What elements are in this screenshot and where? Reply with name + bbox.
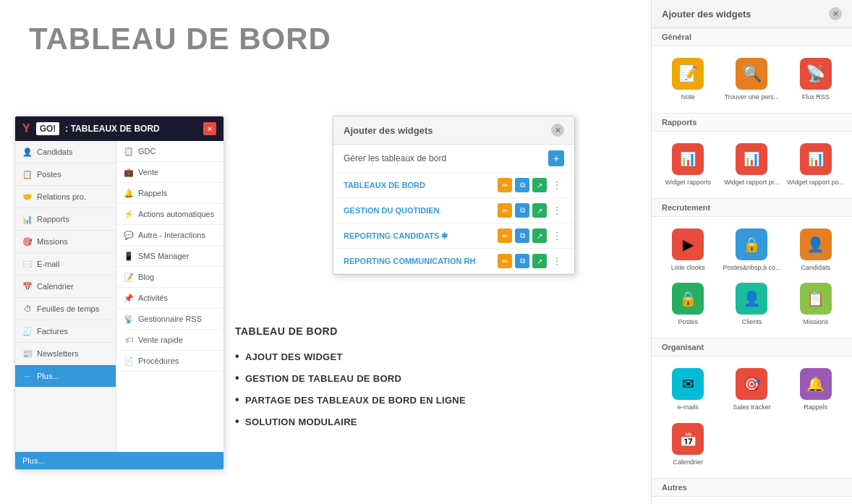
widget-rappels-org-label: Rappels <box>804 403 827 411</box>
gdc-icon: 📋 <box>124 146 134 156</box>
sidebar-left-nav: 👤 Candidats 📋 Postes 🤝 Relations pro. 📊 … <box>15 141 116 452</box>
rss-icon: 📡 <box>124 314 134 324</box>
widget-sales-tracker[interactable]: 🎯 Sales tracker <box>720 362 783 417</box>
share-button-reporting-candidats[interactable]: ↗ <box>532 228 547 243</box>
copy-button-tableaux[interactable]: ⧉ <box>515 178 529 192</box>
widget-clients[interactable]: 👤 Clients <box>720 277 783 332</box>
plus-icon: ··· <box>22 371 33 381</box>
sidebar-item-email[interactable]: ✉️ E-mail <box>15 253 116 276</box>
sidebar-header: Y GO! : TABLEAUX DE BORD ✕ <box>15 116 223 141</box>
sidebar-right-item-sms[interactable]: 📱 SMS Manager <box>116 246 223 267</box>
sidebar-item-rapports[interactable]: 📊 Rapports <box>15 208 116 231</box>
edit-button-reporting-candidats[interactable]: ✏ <box>498 228 512 243</box>
widget-candidats-rec[interactable]: 👤 Candidats <box>784 223 848 278</box>
widget-note[interactable]: 📝 Note <box>656 52 720 107</box>
sidebar-right-item-actions[interactable]: ⚡ Actions automatiques <box>116 204 223 225</box>
share-button-tableaux[interactable]: ↗ <box>532 178 547 192</box>
sidebar-right-item-blog[interactable]: 📝 Blog <box>116 267 223 288</box>
modal-section-reporting-communication: REPORTING COMMUNICATION RH ✏ ⧉ ↗ ⋮ <box>333 249 574 274</box>
section-label-rapports: Rapports <box>652 114 852 132</box>
widget-missions-rec[interactable]: 📋 Missions <box>784 277 848 332</box>
sidebar-item-postes[interactable]: 📋 Postes <box>15 163 116 186</box>
sidebar-right-item-gdc[interactable]: 📋 GDC <box>116 141 223 162</box>
copy-button-gestion[interactable]: ⧉ <box>515 203 529 218</box>
sidebar-right-label: Rappels <box>138 189 167 197</box>
widget-rapport-po[interactable]: 📊 Widget rapport po... <box>784 137 848 192</box>
candidats-rec-icon: 👤 <box>800 228 832 260</box>
widget-grid-general: 📝 Note 🔍 Trouver une pers... 📡 Flux RSS <box>652 46 852 114</box>
sidebar-right-item-activites[interactable]: 📌 Activités <box>116 288 223 309</box>
sidebar-right-item-rappels[interactable]: 🔔 Rappels <box>116 183 223 204</box>
widget-rapport[interactable]: 📊 Widget rapports <box>656 137 720 192</box>
widget-postes-rec[interactable]: 🔒 Postes <box>656 277 720 332</box>
sidebar-item-calendrier[interactable]: 📅 Calendrier <box>15 276 116 298</box>
share-button-reporting-communication[interactable]: ↗ <box>532 254 547 268</box>
widget-modal-screenshot: Ajouter des widgets ✕ Gérer les tableaux… <box>333 116 575 275</box>
sidebar-item-newsletters[interactable]: 📰 Newsletters <box>15 343 116 365</box>
copy-button-reporting-candidats[interactable]: ⧉ <box>515 228 529 243</box>
widget-trouver[interactable]: 🔍 Trouver une pers... <box>720 52 783 107</box>
sidebar-right-label: Gestionnaire RSS <box>138 315 202 323</box>
procedures-icon: 📄 <box>124 356 134 366</box>
activites-icon: 📌 <box>124 293 134 303</box>
sidebar-item-missions[interactable]: 🎯 Missions <box>15 231 116 253</box>
description-section: TABLEAU DE BORD AJOUT DES WIDGET GESTION… <box>235 325 582 437</box>
sidebar-item-candidats[interactable]: 👤 Candidats <box>15 141 116 163</box>
sidebar-right-item-rss[interactable]: 📡 Gestionnaire RSS <box>116 309 223 330</box>
widget-liste-clooks[interactable]: ▶ Liste clooks <box>656 223 720 278</box>
widget-postes-co[interactable]: 🔒 Postes&nbsp;à co... <box>720 223 783 278</box>
sidebar-item-label: Newsletters <box>37 349 78 358</box>
widget-missions-rec-label: Missions <box>803 318 828 326</box>
share-button-gestion[interactable]: ↗ <box>532 203 547 218</box>
autre-icon: 💬 <box>124 230 134 240</box>
widget-rappels-org[interactable]: 🔔 Rappels <box>784 362 848 417</box>
sidebar-item-label: Plus... <box>37 372 59 380</box>
widget-rapport-pr[interactable]: 📊 Widget rapport pr... <box>720 137 783 192</box>
postes-icon: 📋 <box>22 169 33 179</box>
sidebar-right-item-procedures[interactable]: 📄 Procédures <box>116 351 223 372</box>
more-button-reporting-candidats[interactable]: ⋮ <box>550 228 564 243</box>
edit-button-reporting-communication[interactable]: ✏ <box>498 254 512 268</box>
sidebar-item-feuilles[interactable]: ⏱ Feuilles de temps <box>15 298 116 320</box>
sidebar-item-relations[interactable]: 🤝 Relations pro. <box>15 186 116 208</box>
sidebar-close-button[interactable]: ✕ <box>203 122 216 135</box>
sidebar-item-plus[interactable]: ··· Plus... <box>15 365 116 388</box>
postes-rec-icon: 🔒 <box>672 283 704 315</box>
widget-note-label: Note <box>681 93 695 101</box>
modal-row-actions-reporting-candidats: ✏ ⧉ ↗ ⋮ <box>498 228 564 243</box>
widget-flux-rss[interactable]: 📡 Flux RSS <box>784 52 848 107</box>
widget-postes-rec-label: Postes <box>678 318 698 326</box>
sidebar-right-item-vente[interactable]: 💼 Vente <box>116 162 223 183</box>
sidebar-item-label: Missions <box>37 237 68 246</box>
sidebar-bottom-plus[interactable]: Plus... <box>22 456 216 465</box>
right-panel-close-button[interactable]: ✕ <box>829 7 842 20</box>
modal-manage-add-button[interactable]: + <box>548 150 564 166</box>
more-button-tableaux[interactable]: ⋮ <box>550 178 564 192</box>
right-panel-header: Ajouter des widgets ✕ <box>652 0 852 28</box>
modal-section-label-reporting-communication: REPORTING COMMUNICATION RH <box>344 257 476 265</box>
more-button-gestion[interactable]: ⋮ <box>550 203 564 218</box>
rapport-pr-icon: 📊 <box>736 143 767 175</box>
sales-tracker-icon: 🎯 <box>736 368 767 400</box>
edit-button-tableaux[interactable]: ✏ <box>498 178 512 192</box>
sidebar-right-item-vente-rapide[interactable]: 🏷 Vente rapide <box>116 330 223 351</box>
logo-go: GO! <box>36 122 60 135</box>
postes-co-icon: 🔒 <box>736 228 767 260</box>
right-panel-title: Ajouter des widgets <box>662 9 751 20</box>
modal-close-button[interactable]: ✕ <box>551 124 564 137</box>
calendrier-org-icon: 📅 <box>672 423 704 455</box>
actions-icon: ⚡ <box>124 209 134 219</box>
widget-emails[interactable]: ✉ e-mails <box>656 362 720 417</box>
modal-section-reporting-candidats: REPORTING CANDIDATS ✱ ✏ ⧉ ↗ ⋮ <box>333 223 574 249</box>
more-button-reporting-communication[interactable]: ⋮ <box>550 254 564 268</box>
sidebar-item-label: E-mail <box>37 260 59 268</box>
candidats-icon: 👤 <box>22 147 33 157</box>
sidebar-item-factures[interactable]: 🧾 Factures <box>15 320 116 343</box>
widget-grid-autres: ✏ Modifier thème <box>652 497 852 504</box>
edit-button-gestion[interactable]: ✏ <box>498 203 512 218</box>
sidebar-right-item-autre[interactable]: 💬 Autre - Interactions <box>116 225 223 246</box>
modal-title: Ajouter des widgets <box>344 125 433 136</box>
right-panel: Ajouter des widgets ✕ Général 📝 Note 🔍 T… <box>651 0 852 504</box>
widget-calendrier-org[interactable]: 📅 Calendrier <box>656 417 720 472</box>
copy-button-reporting-communication[interactable]: ⧉ <box>515 254 529 268</box>
